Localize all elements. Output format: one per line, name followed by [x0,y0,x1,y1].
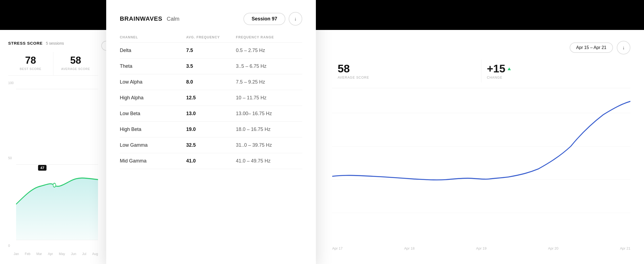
table-row: Delta 7.5 0.5 – 2.75 Hz [120,43,302,59]
table-row: Mid Gamma 41.0 41.0 – 49.75 Hz [120,153,302,169]
right-download-button[interactable]: ↓ [617,41,630,54]
x-label-mar: Mar [36,252,42,256]
download-button[interactable]: ↓ [289,12,302,26]
table-row: High Alpha 12.5 10 – 11.75 Hz [120,90,302,106]
avg-freq-value: 32.5 [186,142,236,148]
left-chart-svg [8,81,98,256]
right-panel: Apr 15 – Apr 21 ↓ 58 AVERAGE SCORE +15 C… [316,30,644,264]
modal-actions: Session 97 ↓ [243,12,302,26]
best-score-box: 78 BEST SCORE [8,52,53,75]
right-change-stat: +15 CHANGE [481,60,630,82]
session-button[interactable]: Session 97 [243,13,285,25]
channel-name: Low Beta [120,111,186,116]
right-x-apr19: Apr 19 [476,246,486,250]
right-x-apr18: Apr 18 [404,246,414,250]
up-arrow-icon [508,67,511,70]
avg-freq-value: 7.5 [186,48,236,53]
col-freq-range: FREQUENCY RANGE [236,35,302,39]
freq-range-value: 41.0 – 49.75 Hz [236,158,302,164]
right-chart-svg [332,96,630,230]
svg-point-3 [53,183,56,187]
freq-range-value: 18.0 – 16.75 Hz [236,127,302,132]
change-value: +15 [487,63,505,75]
avg-freq-value: 41.0 [186,158,236,164]
right-x-apr21: Apr 21 [620,246,630,250]
stress-title: STRESS SCORE [8,41,43,45]
x-label-may: May [59,252,65,256]
right-top-bar: Apr 15 – Apr 21 ↓ [332,41,630,54]
right-avg-value: 58 [338,63,481,75]
x-labels: Jan Feb Mar Apr May Jun Jul Aug [14,252,98,256]
freq-range-value: 10 – 11.75 Hz [236,95,302,101]
scores-row: 78 BEST SCORE 58 AVERAGE SCORE [8,52,98,76]
right-chart-area: Apr 17 Apr 18 Apr 19 Apr 20 Apr 21 [332,96,630,253]
best-score-label: BEST SCORE [20,67,41,70]
x-label-jun: Jun [71,252,76,256]
freq-range-value: 0.5 – 2.75 Hz [236,48,302,53]
brainwaves-modal: BRAINWAVES Calm Session 97 ↓ CHANNEL AVG… [106,0,316,264]
channel-name: High Beta [120,127,186,132]
table-row: Theta 3.5 3..5 – 6.75 Hz [120,59,302,74]
channel-name: Mid Gamma [120,158,186,164]
x-label-apr: Apr [48,252,53,256]
col-avg-freq: AVG. FREQUENCY [186,35,236,39]
table-row: Low Gamma 32.5 31..0 – 39.75 Hz [120,137,302,153]
download-icon: ↓ [294,16,297,22]
right-avg-score: 58 AVERAGE SCORE [332,60,481,82]
avg-freq-value: 19.0 [186,127,236,132]
freq-range-value: 13.00– 16.75 Hz [236,111,302,116]
channel-name: Theta [120,63,186,69]
modal-title: BRAINWAVES [120,15,162,22]
table-row: High Beta 19.0 18.0 – 16.75 Hz [120,122,302,137]
right-stats-row: 58 AVERAGE SCORE +15 CHANGE [332,60,630,88]
modal-header: BRAINWAVES Calm Session 97 ↓ [120,12,302,26]
avg-freq-value: 8.0 [186,79,236,85]
freq-range-value: 3..5 – 6.75 Hz [236,63,302,69]
avg-freq-value: 3.5 [186,63,236,69]
x-label-feb: Feb [25,252,30,256]
table-header: CHANNEL AVG. FREQUENCY FREQUENCY RANGE [120,35,302,43]
stress-header: STRESS SCORE 5 sessions [8,41,98,45]
x-label-jan: Jan [14,252,19,256]
avg-freq-value: 13.0 [186,111,236,116]
modal-subtitle: Calm [167,16,179,22]
x-label-jul: Jul [82,252,86,256]
x-label-aug: Aug [92,252,98,256]
change-row: +15 [487,63,630,75]
left-chart-area: 100 50 0 47 Jan Feb Ma [8,81,98,256]
right-x-apr20: Apr 20 [548,246,558,250]
modal-title-area: BRAINWAVES Calm [120,15,179,22]
avg-score-label: AVERAGE SCORE [61,67,90,70]
right-x-apr17: Apr 17 [332,246,343,250]
channel-name: Low Gamma [120,142,186,148]
freq-range-value: 7.5 – 9.25 Hz [236,79,302,85]
avg-score-value: 58 [53,55,98,66]
right-download-icon: ↓ [622,45,625,51]
table-row: Low Beta 13.0 13.00– 16.75 Hz [120,106,302,122]
chart-tooltip: 47 [38,165,46,171]
freq-range-value: 31..0 – 39.75 Hz [236,142,302,148]
date-range-button[interactable]: Apr 15 – Apr 21 [570,42,613,53]
channel-name: Low Alpha [120,79,186,85]
channel-name: High Alpha [120,95,186,101]
avg-score-box: 58 AVERAGE SCORE [53,52,98,75]
channel-name: Delta [120,48,186,53]
left-panel: STRESS SCORE 5 sessions 78 BEST SCORE 58… [0,30,106,264]
avg-freq-value: 12.5 [186,95,236,101]
col-channel: CHANNEL [120,35,186,39]
best-score-value: 78 [8,55,53,66]
change-label: CHANGE [487,76,502,79]
right-x-labels: Apr 17 Apr 18 Apr 19 Apr 20 Apr 21 [332,246,630,250]
table-body: Delta 7.5 0.5 – 2.75 Hz Theta 3.5 3..5 –… [120,43,302,169]
right-avg-label: AVERAGE SCORE [338,76,369,79]
sessions-label: 5 sessions [46,41,64,45]
table-row: Low Alpha 8.0 7.5 – 9.25 Hz [120,74,302,90]
